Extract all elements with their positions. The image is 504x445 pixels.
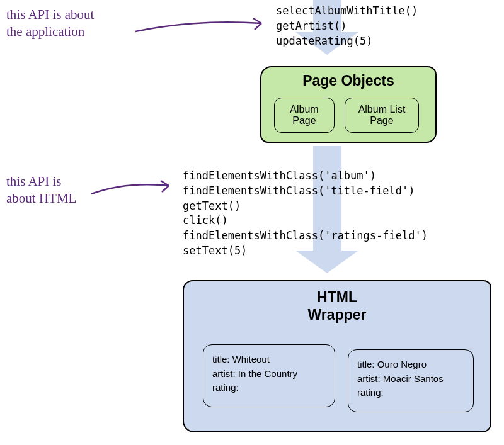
code-line: setText(5): [183, 244, 428, 259]
api-application-code: selectAlbumWithTitle() getArtist() updat…: [276, 4, 418, 48]
api-html-code: findElementsWithClass('album') findEleme…: [183, 169, 428, 259]
html-item-ouro-negro: title: Ouro Negro artist: Moacir Santos …: [348, 349, 474, 412]
html-wrapper-box: HTML Wrapper title: Whiteout artist: In …: [183, 280, 491, 432]
page-objects-box: Page Objects Album Page Album List Page: [260, 66, 437, 143]
code-line: getArtist(): [276, 19, 418, 34]
curve-arrow-top: [132, 16, 271, 41]
html-item-whiteout: title: Whiteout artist: In the Country r…: [203, 344, 335, 407]
page-object-item-album-list: Album List Page: [345, 98, 419, 133]
page-objects-title: Page Objects: [261, 72, 435, 89]
code-line: updateRating(5): [276, 34, 418, 49]
html-wrapper-title: HTML Wrapper: [184, 289, 490, 324]
code-line: click(): [183, 213, 428, 228]
code-line: findElementsWithClass('ratings-field'): [183, 228, 428, 244]
code-line: selectAlbumWithTitle(): [276, 4, 418, 19]
curve-arrow-middle: [88, 178, 176, 203]
annotation-api-html: this API is about HTML: [6, 173, 76, 208]
code-line: findElementsWithClass('title-field'): [183, 184, 428, 199]
code-line: getText(): [183, 199, 428, 214]
page-object-item-album: Album Page: [274, 98, 335, 133]
annotation-api-application: this API is about the application: [6, 6, 94, 41]
code-line: findElementsWithClass('album'): [183, 169, 428, 184]
